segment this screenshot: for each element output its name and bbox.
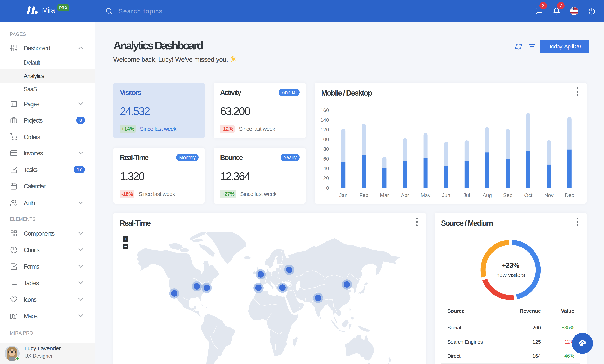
svg-text:140: 140 bbox=[320, 117, 329, 123]
svg-text:Aug: Aug bbox=[483, 192, 492, 198]
svg-text:80: 80 bbox=[323, 146, 329, 152]
svg-text:40: 40 bbox=[323, 165, 329, 171]
svg-text:Jun: Jun bbox=[442, 192, 450, 198]
svg-text:Dec: Dec bbox=[565, 192, 574, 198]
svg-text:Jul: Jul bbox=[463, 192, 470, 198]
svg-text:Sep: Sep bbox=[503, 192, 512, 198]
svg-text:Nov: Nov bbox=[544, 192, 554, 198]
svg-text:0: 0 bbox=[326, 185, 329, 191]
svg-text:20: 20 bbox=[323, 175, 329, 181]
svg-text:60: 60 bbox=[323, 156, 329, 162]
svg-text:Apr: Apr bbox=[401, 192, 409, 198]
svg-text:Mar: Mar bbox=[380, 192, 389, 198]
svg-text:Feb: Feb bbox=[359, 192, 368, 198]
svg-text:160: 160 bbox=[320, 107, 329, 113]
svg-text:Jan: Jan bbox=[339, 192, 348, 198]
svg-text:120: 120 bbox=[320, 127, 329, 132]
svg-text:100: 100 bbox=[320, 136, 329, 142]
svg-text:May: May bbox=[421, 192, 430, 198]
svg-text:Oct: Oct bbox=[524, 192, 532, 198]
